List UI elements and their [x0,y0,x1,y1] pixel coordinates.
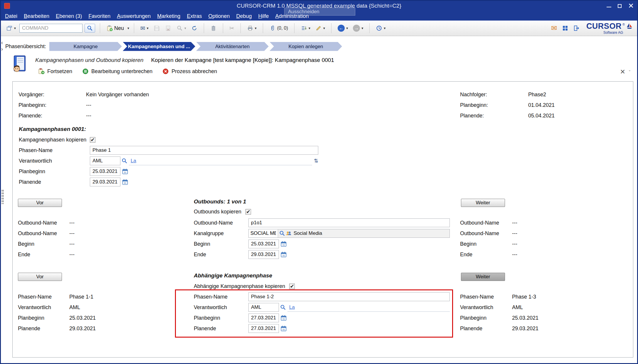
responsible-link[interactable]: La [289,304,295,310]
channel-lookup-button[interactable] [279,230,285,237]
svg-text:31: 31 [124,182,127,184]
calendar-icon[interactable]: 31 [280,241,287,247]
dependent-responsible-lookup-button[interactable] [280,304,286,311]
phase-name-input[interactable] [90,146,318,155]
brand-registered-mark: ® [622,23,625,26]
phase-tab-label: Aktivitätenarten [215,44,250,49]
dependent-end-date-input[interactable] [248,324,279,333]
field-label: Planbeginn [18,315,69,321]
calendar-icon[interactable]: 31 [280,251,287,258]
grid-icon[interactable] [562,25,568,31]
splitter-grip[interactable] [1,189,4,204]
phase-start-date-input[interactable] [90,167,120,176]
menu-auswertungen[interactable]: Auswertungen [114,13,154,19]
maximize-button[interactable] [618,4,622,8]
discard-button[interactable] [164,24,173,33]
calendar-icon[interactable]: 31 [280,325,287,332]
edit-button[interactable]: ▾ [314,24,326,33]
responsible-link[interactable]: La [131,158,136,164]
new-dropdown-icon[interactable]: ▾ [127,26,129,30]
attachments-button[interactable]: (0, 0) [268,24,289,33]
collapse-chevron-icon[interactable]: ˇ [629,70,630,75]
dependent-start-date-input[interactable] [248,314,279,322]
phase-copy-checkbox[interactable]: ✔ [90,137,95,143]
find-button[interactable]: ▾ [175,24,188,33]
command-search-button[interactable] [85,24,95,33]
dependent-phase-name-input[interactable] [248,292,450,301]
save-button[interactable] [152,24,161,33]
phase-tab-kopien-anlegen[interactable]: Kopien anlegen [270,42,342,51]
toolbar-separator [263,23,263,33]
dependent-responsible-code-input[interactable] [248,303,279,312]
phase-tab-kampagnenphasen[interactable]: Kampagnenphasen und ... [123,42,195,51]
field-value: --- [512,241,517,247]
print-button[interactable]: ▾ [245,24,258,33]
phase-end-date-input[interactable] [90,178,120,186]
edit-icon [315,25,322,31]
dependent-next-button[interactable]: Weiter [461,273,505,281]
continue-button-label: Fortsetzen [47,68,72,75]
menu-datei[interactable]: Datei [2,13,21,19]
field-label: Planbeginn [194,315,248,321]
field-value: --- [512,220,517,226]
back-button[interactable]: ← ▾ [336,23,349,33]
command-input[interactable] [19,24,83,33]
channel-code-input[interactable] [249,229,278,237]
outbound-next-button[interactable]: Weiter [461,199,505,207]
responsible-code-input[interactable] [90,156,120,165]
cancel-process-button[interactable]: Prozess abbrechen [162,68,217,75]
menu-bearbeiten[interactable]: Bearbeiten [21,13,53,19]
field-value: 01.04.2021 [528,102,555,108]
dependent-prev-button[interactable]: Vor [18,273,62,281]
sort-icon[interactable]: ⇅ [314,158,318,164]
send-button[interactable]: ✉ ▾ [139,24,150,32]
phase-tab-kampagne[interactable]: Kampagne [49,42,122,51]
outbound-end-date-input[interactable] [248,250,279,259]
toolbar-separator [331,23,331,33]
menu-extras[interactable]: Extras [184,13,205,19]
outbounds-copy-checkbox[interactable]: ✔ [245,209,251,215]
forward-dropdown-icon: ▾ [361,26,363,30]
panel-expand-icon[interactable]: › [1,47,3,51]
panel-collapse-icon[interactable]: ‹ [1,41,3,45]
outbound-prev-button[interactable]: Vor [18,199,62,207]
continue-button[interactable]: Fortsetzen [38,68,72,75]
window-switch-button[interactable]: ▾ [5,24,17,33]
close-panel-icon[interactable]: ✕ [620,69,625,75]
phase-tab-label: Kampagnenphasen und ... [128,44,190,49]
pause-button[interactable]: Bearbeitung unterbrechen [82,68,152,75]
delete-button[interactable] [209,24,218,33]
history-button[interactable]: ▾ [374,24,387,33]
predecessor-summary: Vorgänger: Kein Vorgänger vorhanden Plan… [18,89,149,121]
dependent-responsible-link-field[interactable]: La [287,303,450,312]
dependent-copy-checkbox[interactable]: ✔ [289,284,295,289]
logout-icon[interactable] [573,25,579,31]
field-value: Kein Vorgänger vorhanden [86,92,149,98]
menu-ebenen[interactable]: Ebenen (3) [53,13,85,19]
svg-text:31: 31 [282,254,285,257]
forward-button[interactable]: → ▾ [351,23,365,33]
outbound-start-date-input[interactable] [248,240,279,248]
cut-button[interactable]: ✂ [228,24,236,32]
menu-optionen[interactable]: Optionen [205,13,233,19]
notification-mail-icon[interactable]: ✉ [551,25,557,32]
calendar-icon[interactable]: 31 [280,315,287,321]
minimize-button[interactable] [607,4,611,7]
ghost-tooltip: Ausschneiden [284,8,355,16]
menu-debug[interactable]: Debug [233,13,255,19]
phase-tab-aktivitaetenarten[interactable]: Aktivitätenarten [196,42,269,51]
calendar-icon[interactable]: 31 [122,168,128,175]
responsible-link-field[interactable]: La [129,156,312,165]
calendar-icon[interactable]: 31 [122,179,128,185]
sort-button[interactable]: ▾ [299,24,312,33]
toolbar-separator [294,23,294,33]
refresh-button[interactable] [190,24,199,33]
new-button[interactable]: Neu [105,24,125,33]
outbound-name-input[interactable] [248,218,450,227]
menu-marketing[interactable]: Marketing [154,13,184,19]
close-button[interactable]: ✕ [628,2,634,9]
menu-favoriten[interactable]: Favoriten [85,13,114,19]
phase-tab-label: Kopien anlegen [288,44,323,49]
responsible-lookup-button[interactable] [121,158,128,164]
menu-hilfe[interactable]: Hilfe [255,13,272,19]
